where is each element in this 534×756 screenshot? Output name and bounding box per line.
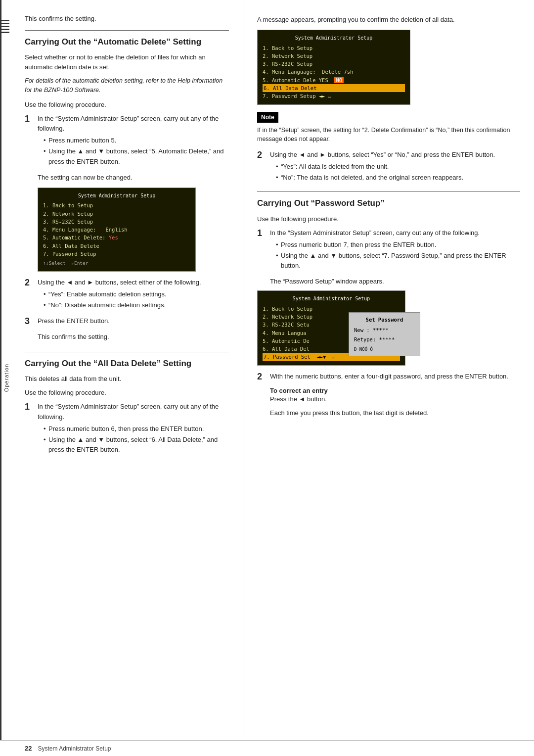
right-column: A message appears, prompting you to conf… (243, 0, 534, 756)
step-2: 2 Using the ◄ and ► buttons, select eith… (25, 278, 229, 311)
to-correct-section: To correct an entry Press the ◄ button. … (270, 387, 520, 418)
right-step-2: 2 Using the ◄ and ► buttons, select “Yes… (257, 150, 520, 184)
screen1-item-5: 5. Automatic Delete: Yes (43, 234, 190, 241)
screen2-item-3: 3. RS-232C Setup (263, 60, 405, 68)
step-1: 1 In the “System Administrator Setup” sc… (25, 114, 229, 168)
sec3-step-1-content: In the “System Administrator Setup” scre… (270, 228, 520, 272)
sec2-step-1: 1 In the “System Administrator Setup” sc… (25, 402, 229, 456)
popup-retype-label: Retype: (354, 336, 376, 342)
sec2-step-1-num: 1 (25, 402, 38, 413)
step-confirms: This confirms the setting. (38, 332, 229, 342)
section1-intro: Select whether or not to enable the dele… (25, 52, 229, 72)
popup-new-row: New : ***** (354, 326, 415, 335)
to-correct-title: To correct an entry (270, 387, 520, 394)
screen-box-3-container: System Administrator Setup 1. Back to Se… (257, 290, 415, 365)
section3-use-following: Use the following procedure. (257, 214, 520, 224)
step-1-bullet-2: Using the ▲ and ▼ buttons, select “5. Au… (44, 146, 229, 166)
to-correct-text1: Press the ◄ button. (270, 394, 520, 404)
side-tab: Operation (0, 0, 11, 756)
screen1-item-7: 7. Password Setup (43, 250, 190, 258)
screen-box-2-container: System Administrator Setup 1. Back to Se… (257, 30, 410, 104)
section1-divider (25, 30, 229, 31)
step-1-bullet-1: Press numeric button 5. (44, 136, 229, 145)
step-1-num: 1 (25, 114, 38, 125)
screen1-item-6: 6. All Data Delete (43, 242, 190, 250)
step-3: 3 Press the ENTER button. (25, 316, 229, 327)
content-area: This confirms the setting. Carrying Out … (11, 0, 534, 756)
bottom-bar: 22 System Administrator Setup (0, 740, 534, 756)
step-1-bullets: Press numeric button 5. Using the ▲ and … (44, 136, 229, 166)
screen3-item-1: 1. Back to Setup (263, 305, 400, 313)
to-correct-text2: Each time you press this button, the las… (270, 408, 520, 418)
sec2-bullet-1: Press numeric button 6, then press the E… (44, 424, 229, 434)
section1-title: Carrying Out the “Automatic Delete” Sett… (25, 37, 229, 47)
screen-box-1: System Administrator Setup 1. Back to Se… (38, 188, 196, 272)
screen1-item-2: 2. Network Setup (43, 210, 190, 218)
screen-box-2: System Administrator Setup 1. Back to Se… (257, 30, 410, 104)
screen1-item-1: 1. Back to Setup (43, 201, 190, 209)
screen1-title: System Administrator Setup (43, 192, 190, 200)
right-step-2-bullet-1: “Yes”: All data is deleted from the unit… (276, 162, 520, 172)
note-text: If in the “Setup” screen, the setting fo… (257, 126, 520, 144)
sec3-step-2: 2 With the numeric buttons, enter a four… (257, 372, 520, 382)
popup-title: Set Password (354, 315, 415, 325)
left-column: This confirms the setting. Carrying Out … (11, 0, 243, 756)
right-top-text: A message appears, prompting you to conf… (257, 15, 520, 25)
step-3-text: Press the ENTER button. (38, 317, 110, 325)
screen3-title: System Administrator Setup (263, 295, 400, 303)
popup-footer: Ð ÑÒÓ Ó (354, 345, 415, 353)
screen2-item-7: 7. Password Setup ◄► ↵ (263, 92, 405, 100)
right-step-2-bullets: “Yes”: All data is deleted from the unit… (276, 162, 520, 183)
sec3-step-2-content: With the numeric buttons, enter a four-d… (270, 372, 520, 381)
sec3-bullet-2: Using the ▲ and ▼ buttons, select “7. Pa… (276, 251, 520, 271)
step-2-content: Using the ◄ and ► buttons, select either… (38, 278, 229, 311)
page-number: 22 (25, 745, 32, 752)
sec3-bullet-1: Press numeric button 7, then press the E… (276, 240, 520, 250)
side-tab-label: Operation (3, 364, 9, 392)
right-step-2-bullet-2: “No”: The data is not deleted, and the o… (276, 173, 520, 183)
step-2-text: Using the ◄ and ► buttons, select either… (38, 279, 201, 286)
sec3-step-2-num: 2 (257, 372, 270, 382)
note-label: Note (257, 112, 278, 123)
sec2-step-1-text: In the “System Administrator Setup” scre… (38, 403, 219, 420)
sec3-step-1-text: In the “System Administrator Setup” scre… (270, 229, 480, 236)
section1-italic: For details of the automatic deletion se… (25, 76, 229, 95)
sec3-step-2-text: With the numeric buttons, enter a four-d… (270, 373, 508, 380)
right-step-2-content: Using the ◄ and ► buttons, select “Yes” … (270, 150, 520, 184)
screen2-item-5: 5. Automatic Dele YES NO (263, 76, 405, 84)
section2-divider (25, 352, 229, 352)
step-2-bullets: “Yes”: Enable automatic deletion setting… (44, 289, 229, 310)
sec2-step-1-bullets: Press numeric button 6, then press the E… (44, 424, 229, 455)
section2-intro1: This deletes all data from the unit. (25, 374, 229, 384)
step-2-bullet-2: “No”: Disable automatic deletion setting… (44, 300, 229, 310)
section3-title: Carrying Out “Password Setup” (257, 198, 520, 209)
screen2-item-4: 4. Menu Language: Delete 7sh (263, 68, 405, 76)
section1-use-following: Use the following procedure. (25, 100, 229, 110)
popup-retype-row: Retype: ***** (354, 335, 415, 344)
popup-new-label: New : (354, 327, 370, 333)
top-confirms-text: This confirms the setting. (25, 15, 229, 22)
password-popup: Set Password New : ***** Retype: ***** Ð… (349, 312, 420, 356)
sec2-step-1-content: In the “System Administrator Setup” scre… (38, 402, 229, 456)
screen1-footer: ↑↓Select ↵Enter (43, 260, 190, 267)
step-3-content: Press the ENTER button. (38, 316, 229, 326)
sec3-step-1-bullets: Press numeric button 7, then press the E… (276, 240, 520, 271)
screen2-item-6-highlighted: 6. All Data Delet (263, 84, 405, 92)
popup-retype-value: ***** (379, 336, 395, 342)
side-lines (0, 20, 9, 35)
section2-title: Carrying Out the “All Data Delete” Setti… (25, 358, 229, 369)
section3-divider (257, 191, 520, 192)
page-container: Operation This confirms the setting. Car… (0, 0, 534, 756)
screen2-title: System Administrator Setup (263, 34, 405, 42)
sec3-step-1: 1 In the “System Administrator Setup” sc… (257, 228, 520, 272)
step-1-content: In the “System Administrator Setup” scre… (38, 114, 229, 168)
popup-new-value: ***** (373, 327, 389, 333)
screen2-item-2: 2. Network Setup (263, 52, 405, 60)
right-step-2-num: 2 (257, 150, 270, 161)
note-container: Note If in the “Setup” screen, the setti… (257, 112, 520, 144)
sec3-step-1-num: 1 (257, 228, 270, 239)
step-2-bullet-1: “Yes”: Enable automatic deletion setting… (44, 289, 229, 299)
setting-can-change: The setting can now be changed. (38, 173, 229, 183)
sec2-bullet-2: Using the ▲ and ▼ buttons, select “6. Al… (44, 435, 229, 455)
step-1-text: In the “System Administrator Setup” scre… (38, 115, 219, 132)
